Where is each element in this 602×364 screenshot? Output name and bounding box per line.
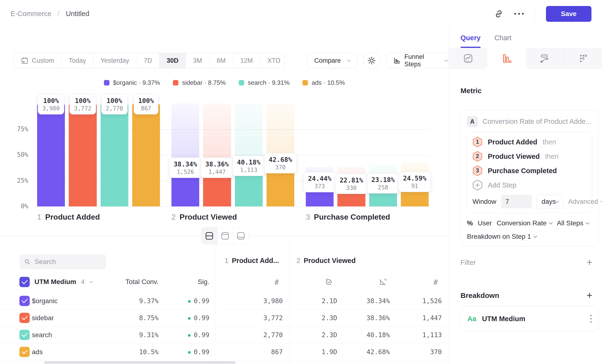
conversion-rate-dropdown[interactable]: Conversion Rate — [497, 219, 552, 227]
tab-chart[interactable]: Chart — [494, 28, 512, 48]
breakdown-item-utm-medium[interactable]: Aa UTM Medium — [461, 306, 599, 332]
date-range-today[interactable]: Today — [62, 53, 93, 68]
table-row-search[interactable]: search9.31%0.992,7702.3D40.18%1,113 — [0, 326, 449, 343]
bar-value-label: 40.18%1,113 — [233, 156, 265, 176]
step-event-name: Purchase Completed — [488, 167, 557, 175]
funnel-bar-sidebar-step1[interactable]: 100%3,772 — [69, 103, 97, 206]
add-filter-button[interactable]: + — [586, 257, 592, 268]
insights-tab[interactable] — [449, 48, 487, 69]
count-column-icon[interactable]: # — [274, 278, 279, 286]
chart-type-tabs — [449, 48, 602, 69]
table-header-row: UTM Medium 4 Total Conv. Sig. # % # — [0, 274, 449, 289]
chart-type-button[interactable]: Funnel Steps — [386, 53, 454, 68]
chart-toolbar: CustomTodayYesterday7D30D3M6M12MXTD Comp… — [13, 53, 454, 68]
funnel-bar-organic-step2[interactable]: 38.34%1,526 — [172, 103, 199, 206]
funnel-step-label-3[interactable]: 3Purchase Completed — [306, 213, 429, 222]
count-column-icon[interactable]: # — [433, 278, 438, 286]
filter-heading: Filter — [461, 259, 476, 267]
funnels-tab[interactable] — [487, 48, 526, 69]
compare-button[interactable]: Compare — [307, 53, 357, 68]
conv-rate-column-icon[interactable]: % — [379, 278, 387, 286]
save-button[interactable]: Save — [546, 6, 591, 22]
bar-count: 3,772 — [74, 105, 91, 112]
breadcrumb-project[interactable]: E-Commerce — [11, 10, 52, 18]
layout-chart-button[interactable] — [217, 227, 233, 244]
date-range-3m[interactable]: 3M — [186, 53, 210, 68]
query-step-1[interactable]: 1Product Addedthen — [473, 135, 587, 149]
date-range-6m[interactable]: 6M — [210, 53, 233, 68]
funnel-bar-search-step1[interactable]: 100%2,770 — [101, 103, 128, 206]
select-all-checkbox[interactable] — [19, 277, 30, 287]
step-event-name: Product Added — [488, 138, 537, 146]
breadcrumb-title[interactable]: Untitled — [66, 10, 89, 18]
retention-tab[interactable] — [564, 48, 602, 69]
significance-dot — [188, 300, 191, 303]
layout-split-button[interactable] — [201, 227, 217, 244]
funnel-bar-organic-step1[interactable]: 100%3,980 — [37, 103, 65, 206]
add-step-button[interactable]: Add Step — [473, 178, 587, 192]
chevron-down-icon[interactable] — [89, 279, 93, 283]
funnel-step-label-1[interactable]: 1Product Added — [37, 213, 160, 222]
row-checkbox[interactable] — [19, 313, 30, 323]
breakdown-item-menu-icon[interactable] — [590, 315, 592, 322]
user-label[interactable]: User — [478, 219, 492, 227]
layout-table-button[interactable] — [233, 227, 249, 244]
funnel-bar-sidebar-step3[interactable]: 22.81%330 — [337, 103, 365, 206]
date-range-custom[interactable]: Custom — [14, 53, 62, 68]
row-checkbox[interactable] — [19, 347, 30, 357]
all-steps-dropdown[interactable]: All Steps — [557, 219, 589, 227]
funnel-step-labels: 1Product Added2Product Viewed3Purchase C… — [37, 213, 429, 222]
funnel-bar-organic-step3[interactable]: 24.44%373 — [306, 103, 333, 206]
chart-settings-button[interactable] — [364, 53, 379, 68]
date-range-xtd[interactable]: XTD — [260, 53, 285, 68]
date-range-label: 3M — [193, 57, 202, 64]
legend-item-organic[interactable]: $organic · 9.37% — [104, 79, 160, 86]
date-range-yesterday[interactable]: Yesterday — [93, 53, 137, 68]
horizontal-scrollbar[interactable] — [44, 361, 236, 364]
date-range-12m[interactable]: 12M — [233, 53, 260, 68]
date-range-30d[interactable]: 30D — [160, 53, 186, 68]
funnel-step-label-2[interactable]: 2Product Viewed — [172, 213, 294, 222]
funnel-bar-ads-step3[interactable]: 24.59%91 — [401, 103, 429, 206]
funnel-bar-search-step2[interactable]: 40.18%1,113 — [235, 103, 263, 206]
breakdown-column-header[interactable]: UTM Medium 4 — [34, 274, 85, 289]
tab-query[interactable]: Query — [461, 28, 481, 48]
table-row-sidebar[interactable]: sidebar8.75%0.993,7722.3D38.36%1,447 — [0, 309, 449, 326]
row-checkbox[interactable] — [19, 296, 30, 306]
query-step-3[interactable]: 3Purchase Completed — [473, 164, 587, 178]
add-breakdown-button[interactable]: + — [586, 290, 592, 300]
sig-header[interactable]: Sig. — [158, 274, 209, 289]
window-value-input[interactable] — [501, 195, 532, 208]
search-input[interactable] — [35, 258, 101, 266]
total-conv-header[interactable]: Total Conv. — [103, 274, 159, 289]
y-axis-tick: 0% — [0, 203, 28, 210]
bar-value-label: 42.68%370 — [264, 153, 297, 173]
row-checkbox[interactable] — [19, 330, 30, 340]
query-step-2[interactable]: 2Product Viewedthen — [473, 149, 587, 164]
more-menu-icon[interactable] — [514, 13, 524, 15]
breakdown-on-dropdown[interactable]: Breakdown on Step 1 — [467, 233, 592, 240]
significance-dot — [188, 334, 191, 337]
window-unit-select[interactable]: days — [537, 195, 563, 209]
legend-item-ads[interactable]: ads · 10.5% — [302, 79, 345, 86]
legend-item-sidebar[interactable]: sidebar · 8.75% — [173, 79, 226, 86]
share-link-icon[interactable] — [494, 9, 503, 18]
legend-item-search[interactable]: search · 9.31% — [239, 79, 290, 86]
funnel-bar-search-step3[interactable]: 23.18%258 — [369, 103, 397, 206]
conversion-window: Window days Advanced — [473, 195, 587, 209]
funnel-bar-sidebar-step2[interactable]: 38.36%1,447 — [203, 103, 231, 206]
date-range-7d[interactable]: 7D — [137, 53, 160, 68]
y-axis-tick: 25% — [0, 177, 28, 184]
cell-time: 1.9D — [297, 343, 337, 360]
advanced-toggle[interactable]: Advanced — [568, 198, 602, 205]
svg-text:%: % — [384, 278, 387, 281]
cell-step1-count: 2,770 — [223, 326, 283, 343]
funnel-chart-icon — [393, 56, 400, 65]
funnel-bar-ads-step2[interactable]: 42.68%370 — [267, 103, 294, 206]
flows-tab[interactable] — [526, 48, 564, 69]
table-row-ads[interactable]: ads10.5%0.998671.9D42.68%370 — [0, 343, 449, 360]
funnel-bar-ads-step1[interactable]: 100%867 — [132, 103, 160, 206]
metric-summary[interactable]: A Conversion Rate of Product Adde... — [467, 116, 592, 127]
table-row-organic[interactable]: $organic9.37%0.993,9802.1D38.34%1,526 — [0, 292, 449, 309]
avg-time-column-icon[interactable] — [325, 278, 333, 286]
